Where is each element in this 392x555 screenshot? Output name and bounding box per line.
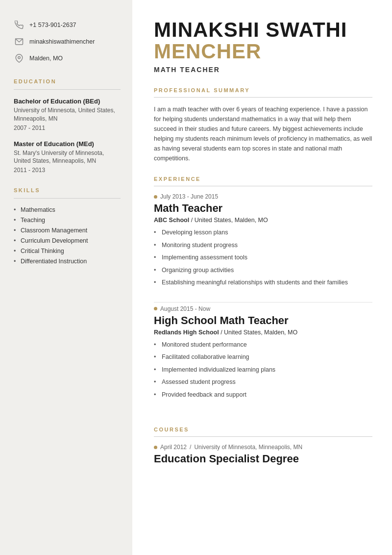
summary-text: I am a math teacher with over 6 years of…	[154, 104, 372, 163]
courses-section: COURSES April 2012 / University of Minne…	[154, 427, 372, 465]
course-institution-1: University of Minnesota, Minneapolis, MN	[194, 444, 302, 451]
course-date-1: April 2012 / University of Minnesota, Mi…	[154, 444, 372, 451]
exp-date-1: July 2013 - June 2015	[154, 193, 372, 200]
experience-item-1: July 2013 - June 2015 Math Teacher ABC S…	[154, 193, 372, 303]
email-icon	[14, 36, 24, 47]
sidebar: +1 573-901-2637 minakshiswathimencher	[0, 0, 132, 555]
exp-bullet-1-3: Implementing assessment tools	[154, 253, 372, 262]
exp-bullets-1: Developing lesson plans Monitoring stude…	[154, 228, 372, 287]
skills-title: SKILLS	[14, 187, 121, 193]
name-last: MENCHER	[154, 40, 372, 63]
exp-company-line-1: ABC School / United States, Malden, MO	[154, 217, 372, 224]
exp-bullet-2-2: Facilitated collaborative learning	[154, 353, 372, 362]
edu-school-1: University of Minnesota, United States, …	[14, 106, 121, 123]
job-title: MATH TEACHER	[154, 66, 372, 74]
edu-school-2: St. Mary's University of Minnesota, Unit…	[14, 149, 121, 166]
phone-text: +1 573-901-2637	[29, 22, 76, 28]
name-block: MINAKSHI SWATHI MENCHER	[154, 19, 372, 63]
course-title-1: Education Specialist Degree	[154, 453, 372, 465]
experience-item-2: August 2015 - Now High School Math Teach…	[154, 305, 372, 414]
skill-3: Classroom Management	[14, 227, 121, 234]
exp-bullet-1-5: Establishing meaningful relationships wi…	[154, 278, 372, 287]
skill-1: Mathematics	[14, 206, 121, 213]
exp-job-title-2: High School Math Teacher	[154, 314, 372, 327]
location-icon	[14, 53, 24, 64]
exp-job-title-1: Math Teacher	[154, 202, 372, 215]
skill-4: Curriculum Development	[14, 237, 121, 244]
email-text: minakshiswathimencher	[29, 38, 95, 45]
exp-location-2: United States, Malden, MO	[224, 329, 297, 336]
phone-icon	[14, 20, 24, 30]
exp-company-line-2: Redlands High School / United States, Ma…	[154, 329, 372, 336]
exp-bullet-1-4: Organizing group activities	[154, 266, 372, 275]
edu-item-1: Bachelor of Education (BEd) University o…	[14, 98, 121, 131]
skills-list: Mathematics Teaching Classroom Managemen…	[14, 206, 121, 265]
skill-6: Differentiated Instruction	[14, 258, 121, 265]
experience-divider	[154, 186, 372, 186]
exp-bullet-1-2: Monitoring student progress	[154, 241, 372, 250]
location-item: Malden, MO	[14, 53, 121, 64]
exp-bullet-2-1: Monitored student performance	[154, 341, 372, 350]
courses-divider	[154, 436, 372, 437]
education-section: EDUCATION Bachelor of Education (BEd) Un…	[14, 78, 121, 174]
edu-degree-1: Bachelor of Education (BEd)	[14, 98, 121, 105]
contact-section: +1 573-901-2637 minakshiswathimencher	[14, 20, 121, 64]
experience-section: EXPERIENCE July 2013 - June 2015 Math Te…	[154, 176, 372, 414]
exp-location-1: United States, Malden, MO	[195, 217, 268, 224]
exp-company-1: ABC School	[154, 217, 189, 224]
courses-title: COURSES	[154, 427, 372, 432]
edu-years-1: 2007 - 2011	[14, 125, 121, 131]
skills-divider	[14, 198, 121, 199]
exp-bullet-2-5: Provided feedback and support	[154, 391, 372, 400]
summary-title: PROFESSIONAL SUMMARY	[154, 87, 372, 93]
skill-5: Critical Thinking	[14, 248, 121, 254]
experience-title: EXPERIENCE	[154, 176, 372, 182]
name-first: MINAKSHI SWATHI	[154, 18, 347, 41]
location-text: Malden, MO	[29, 55, 63, 62]
edu-years-2: 2011 - 2013	[14, 167, 121, 174]
summary-divider	[154, 97, 372, 98]
skills-section: SKILLS Mathematics Teaching Classroom Ma…	[14, 187, 121, 265]
exp-bullet-2-4: Assessed student progress	[154, 378, 372, 387]
education-title: EDUCATION	[14, 78, 121, 84]
edu-item-2: Master of Education (MEd) St. Mary's Uni…	[14, 140, 121, 174]
summary-section: PROFESSIONAL SUMMARY I am a math teacher…	[154, 87, 372, 163]
svg-point-1	[18, 56, 21, 59]
exp-company-2: Redlands High School	[154, 329, 219, 336]
resume-container: +1 573-901-2637 minakshiswathimencher	[0, 0, 392, 555]
exp-separator-1: /	[191, 217, 195, 224]
exp-bullets-2: Monitored student performance Facilitate…	[154, 341, 372, 400]
exp-bullet-2-3: Implemented individualized learning plan…	[154, 366, 372, 375]
email-item: minakshiswathimencher	[14, 36, 121, 47]
edu-degree-2: Master of Education (MEd)	[14, 140, 121, 148]
education-divider	[14, 89, 121, 90]
exp-date-2: August 2015 - Now	[154, 305, 372, 312]
exp-bullet-1-1: Developing lesson plans	[154, 228, 372, 237]
main-content: MINAKSHI SWATHI MENCHER MATH TEACHER PRO…	[132, 0, 392, 555]
phone-item: +1 573-901-2637	[14, 20, 121, 30]
skill-2: Teaching	[14, 217, 121, 224]
